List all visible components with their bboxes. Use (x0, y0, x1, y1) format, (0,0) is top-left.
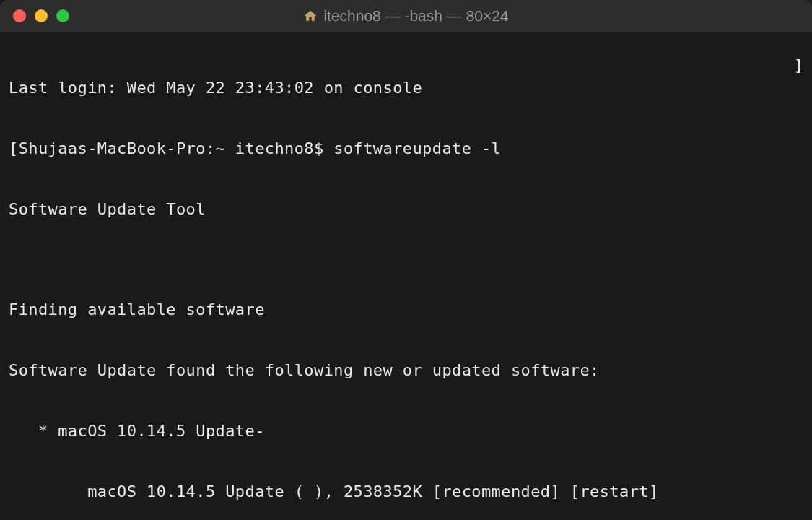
minimize-button[interactable] (35, 9, 48, 22)
terminal-line-item1-name: * macOS 10.14.5 Update- (9, 421, 803, 441)
title-bar: itechno8 — -bash — 80×24 (0, 0, 812, 32)
terminal-line-finding: Finding available software (9, 300, 803, 320)
home-folder-icon (303, 9, 318, 23)
terminal-line-last-login: Last login: Wed May 22 23:43:02 on conso… (9, 78, 803, 98)
window-title: itechno8 — -bash — 80×24 (323, 7, 508, 25)
terminal-line-item1-detail: macOS 10.14.5 Update ( ), 2538352K [reco… (9, 482, 803, 502)
terminal-line-prompt-command: [Shujaas-MacBook-Pro:~ itechno8$ softwar… (9, 139, 803, 159)
close-button[interactable] (13, 9, 26, 22)
window-title-container: itechno8 — -bash — 80×24 (12, 7, 800, 25)
terminal-body[interactable]: Last login: Wed May 22 23:43:02 on conso… (0, 32, 812, 520)
maximize-button[interactable] (56, 9, 69, 22)
terminal-window: itechno8 — -bash — 80×24 Last login: Wed… (0, 0, 812, 520)
prompt-bracket-right: ] (794, 56, 803, 74)
traffic-lights (13, 9, 69, 22)
terminal-line-tool: Software Update Tool (9, 199, 803, 220)
terminal-line-found-header: Software Update found the following new … (9, 360, 803, 381)
